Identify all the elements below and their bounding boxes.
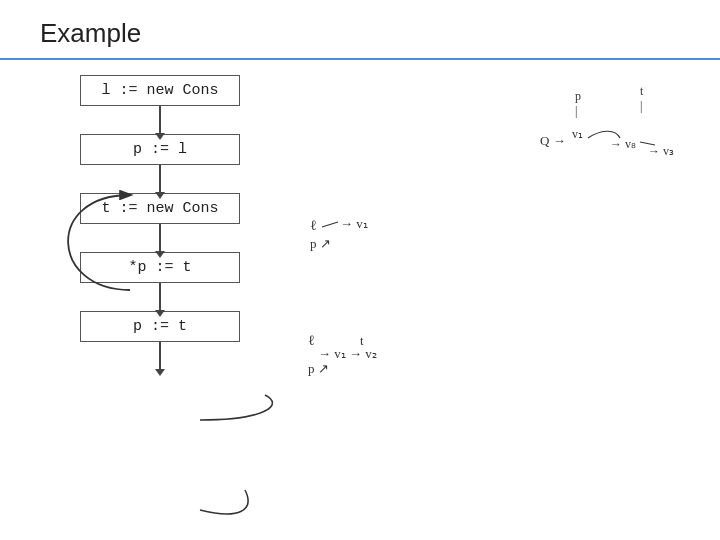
arrow-5 xyxy=(159,342,161,370)
page-title: Example xyxy=(40,18,141,49)
svg-text:→ v₁ → v₂: → v₁ → v₂ xyxy=(318,346,377,361)
svg-text:v₁: v₁ xyxy=(572,127,583,141)
arrow-4 xyxy=(159,283,161,311)
arrow-1 xyxy=(159,106,161,134)
svg-text:ℓ: ℓ xyxy=(308,333,315,348)
svg-line-1 xyxy=(322,222,338,227)
code-box-1: l := new Cons xyxy=(80,75,240,106)
flowchart: l := new Cons p := l t := new Cons *p :=… xyxy=(80,75,240,370)
svg-text:Q →: Q → xyxy=(540,133,566,148)
svg-text:t: t xyxy=(360,333,364,348)
arrow-3 xyxy=(159,224,161,252)
title-underline xyxy=(0,58,720,60)
svg-text:t: t xyxy=(640,84,644,98)
svg-text:p ↗: p ↗ xyxy=(308,361,329,376)
svg-text:|: | xyxy=(640,99,642,113)
svg-text:p ↗: p ↗ xyxy=(310,236,331,251)
svg-text:→ v₃: → v₃ xyxy=(648,144,674,158)
svg-text:ℓ: ℓ xyxy=(310,218,317,233)
svg-text:→ v₁: → v₁ xyxy=(340,216,368,231)
svg-text:p: p xyxy=(575,89,581,103)
arrow-2 xyxy=(159,165,161,193)
svg-text:|: | xyxy=(575,104,577,118)
svg-text:→ v₈: → v₈ xyxy=(610,137,636,151)
